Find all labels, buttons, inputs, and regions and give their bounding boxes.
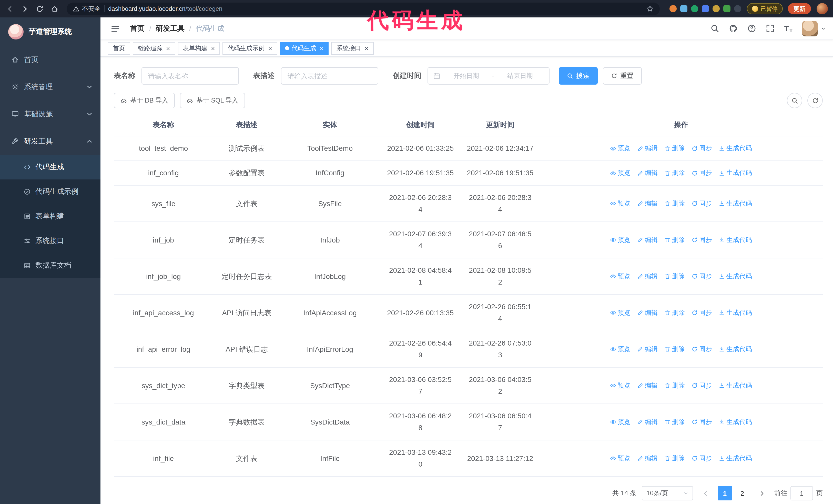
close-icon[interactable]: × [365,45,368,51]
search-button[interactable]: 搜索 [559,67,598,85]
extension-icon[interactable] [713,5,720,12]
row-action-edit[interactable]: 编辑 [637,380,658,391]
close-icon[interactable]: × [320,45,324,51]
goto-page-input[interactable] [790,486,813,500]
row-action-delete[interactable]: 删除 [664,198,685,210]
row-action-delete[interactable]: 删除 [664,416,685,428]
row-action-preview[interactable]: 预览 [610,416,630,428]
row-action-sync[interactable]: 同步 [691,143,712,154]
tab-5[interactable]: 系统接口× [331,42,374,55]
breadcrumb-item-1[interactable]: 研发工具 [156,24,185,33]
row-action-edit[interactable]: 编辑 [637,307,658,319]
extension-icon[interactable] [734,5,741,12]
address-bar[interactable]: 不安全 dashboard.yudao.iocoder.cn/tool/code… [67,2,660,15]
row-action-edit[interactable]: 编辑 [637,198,658,210]
row-action-preview[interactable]: 预览 [610,453,630,464]
close-icon[interactable]: × [211,45,215,51]
extension-icon[interactable] [680,5,687,12]
tab-4[interactable]: 代码生成× [280,42,329,55]
row-action-generate-code[interactable]: 生成代码 [719,143,752,154]
browser-profile-avatar[interactable] [816,3,828,14]
browser-back-icon[interactable] [3,2,17,16]
paused-badge[interactable]: 已暂停 [747,3,783,14]
update-button[interactable]: 更新 [788,3,811,14]
import-db-button[interactable]: 基于 DB 导入 [114,93,175,108]
row-action-sync[interactable]: 同步 [691,307,712,319]
row-action-generate-code[interactable]: 生成代码 [719,307,752,319]
help-icon[interactable] [743,17,760,40]
browser-reload-icon[interactable] [33,2,46,16]
row-action-edit[interactable]: 编辑 [637,343,658,355]
row-action-edit[interactable]: 编辑 [637,167,658,179]
sidebar-subitem-1[interactable]: 代码生成示例 [0,179,100,204]
row-action-delete[interactable]: 删除 [664,307,685,319]
row-action-generate-code[interactable]: 生成代码 [719,234,752,246]
page-button-1[interactable]: 1 [718,486,732,500]
next-page-button[interactable] [755,486,769,500]
row-action-sync[interactable]: 同步 [691,416,712,428]
row-action-preview[interactable]: 预览 [610,307,630,319]
tab-0[interactable]: 首页 [108,42,130,55]
sidebar-subitem-2[interactable]: 表单构建 [0,204,100,229]
user-avatar[interactable] [802,21,818,36]
row-action-delete[interactable]: 删除 [664,167,685,179]
page-button-2[interactable]: 2 [735,486,749,500]
row-action-delete[interactable]: 删除 [664,453,685,464]
row-action-delete[interactable]: 删除 [664,380,685,391]
extension-icon[interactable] [702,5,709,12]
row-action-preview[interactable]: 预览 [610,270,630,282]
bookmark-star-icon[interactable] [646,5,653,12]
row-action-edit[interactable]: 编辑 [637,416,658,428]
logo[interactable]: 芋道管理系统 [0,18,100,46]
row-action-sync[interactable]: 同步 [691,453,712,464]
browser-home-icon[interactable] [48,2,61,16]
tab-3[interactable]: 代码生成示例× [222,42,277,55]
row-action-delete[interactable]: 删除 [664,143,685,154]
row-action-preview[interactable]: 预览 [610,380,630,391]
extension-icon[interactable] [723,5,731,12]
row-action-generate-code[interactable]: 生成代码 [719,198,752,210]
breadcrumb-item-0[interactable]: 首页 [130,24,145,33]
date-range-picker[interactable]: 开始日期 - 结束日期 [428,67,549,85]
close-icon[interactable]: × [268,45,272,51]
sidebar-item-2[interactable]: 基础设施 [0,100,100,128]
row-action-delete[interactable]: 删除 [664,270,685,282]
row-action-sync[interactable]: 同步 [691,380,712,391]
close-icon[interactable]: × [166,45,170,51]
browser-forward-icon[interactable] [18,2,31,16]
sidebar-subitem-0[interactable]: 代码生成 [0,155,100,179]
sidebar-item-3[interactable]: 研发工具 [0,128,100,155]
row-action-sync[interactable]: 同步 [691,234,712,246]
row-action-generate-code[interactable]: 生成代码 [719,270,752,282]
row-action-sync[interactable]: 同步 [691,270,712,282]
row-action-generate-code[interactable]: 生成代码 [719,453,752,464]
page-size-select[interactable]: 10条/页 [642,486,693,500]
refresh-table-button[interactable] [807,93,823,108]
row-action-generate-code[interactable]: 生成代码 [719,380,752,391]
search-icon[interactable] [706,17,723,40]
row-action-preview[interactable]: 预览 [610,198,630,210]
row-action-delete[interactable]: 删除 [664,234,685,246]
row-action-preview[interactable]: 预览 [610,343,630,355]
sidebar-subitem-3[interactable]: 系统接口 [0,229,100,253]
row-action-edit[interactable]: 编辑 [637,453,658,464]
row-action-edit[interactable]: 编辑 [637,234,658,246]
row-action-sync[interactable]: 同步 [691,167,712,179]
row-action-sync[interactable]: 同步 [691,198,712,210]
security-indicator[interactable]: 不安全 [73,4,100,13]
font-size-icon[interactable]: TT [780,17,797,40]
row-action-preview[interactable]: 预览 [610,167,630,179]
tab-1[interactable]: 链路追踪× [133,42,175,55]
fullscreen-icon[interactable] [761,17,779,40]
table-desc-input[interactable] [281,67,378,85]
sidebar-item-0[interactable]: 首页 [0,46,100,73]
row-action-sync[interactable]: 同步 [691,343,712,355]
row-action-preview[interactable]: 预览 [610,234,630,246]
table-name-input[interactable] [142,67,239,85]
prev-page-button[interactable] [698,486,713,500]
tab-2[interactable]: 表单构建× [177,42,220,55]
row-action-generate-code[interactable]: 生成代码 [719,416,752,428]
row-action-generate-code[interactable]: 生成代码 [719,167,752,179]
reset-button[interactable]: 重置 [603,67,642,85]
row-action-delete[interactable]: 删除 [664,343,685,355]
